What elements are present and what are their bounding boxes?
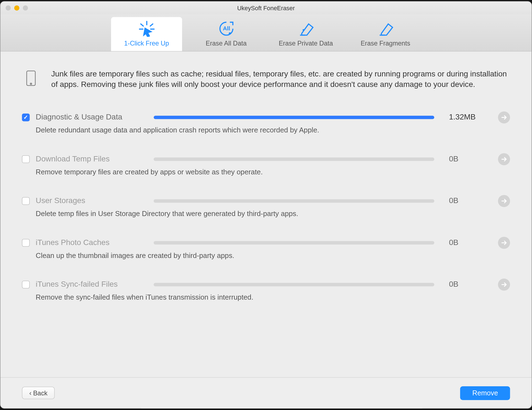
tab-bar: 1-Click Free Up All Erase All Data [1,15,532,52]
cursor-icon [111,20,182,38]
junk-item: Download Temp Files 0B Remove temporary … [22,153,510,176]
item-size: 0B [449,196,492,206]
item-desc: Remove the sync-failed files when iTunes… [36,293,510,301]
progress-fill [154,116,434,119]
progress-bar [154,199,434,203]
junk-item: User Storages 0B Delete temp files in Us… [22,195,510,218]
item-size: 0B [449,238,492,247]
item-desc: Delete temp files in User Storage Direct… [36,210,510,218]
svg-text:All: All [223,26,230,32]
detail-arrow-button[interactable] [498,195,510,207]
detail-arrow-button[interactable] [498,153,510,165]
item-title: iTunes Sync-failed Files [36,280,148,289]
svg-line-1 [141,24,143,26]
item-title: iTunes Photo Caches [36,238,148,247]
tab-erase-private[interactable]: Erase Private Data [270,17,342,51]
tab-erase-fragments[interactable]: Erase Fragments [350,17,421,51]
item-checkbox[interactable] [22,155,30,163]
back-button[interactable]: ‹ Back [22,387,55,399]
phone-icon [26,71,38,88]
minimize-icon[interactable] [14,6,20,11]
item-title: Diagnostic & Usage Data [36,113,148,122]
app-window: UkeySoft FoneEraser 1-Click Free Up [0,1,532,409]
tab-erase-all[interactable]: All Erase All Data [191,17,262,51]
item-checkbox[interactable] [22,239,30,247]
progress-bar [154,116,434,119]
traffic-lights [6,6,28,11]
tab-label: Erase Private Data [270,39,342,47]
item-size: 1.32MB [449,113,492,122]
tab-1click-freeup[interactable]: 1-Click Free Up [111,17,182,51]
item-title: User Storages [36,196,148,206]
junk-item: Diagnostic & Usage Data 1.32MB Delete re… [22,111,510,134]
tab-label: 1-Click Free Up [111,39,182,47]
close-icon[interactable] [6,6,11,11]
erase-all-icon: All [191,20,262,38]
tab-label: Erase All Data [191,39,262,47]
progress-bar [154,241,434,244]
item-size: 0B [449,155,492,164]
svg-point-11 [30,83,32,85]
progress-bar [154,158,434,161]
detail-arrow-button[interactable] [498,278,510,291]
svg-line-2 [150,24,152,26]
eraser-private-icon [270,20,342,38]
back-label: Back [33,389,47,397]
junk-item: iTunes Sync-failed Files 0B Remove the s… [22,278,510,301]
chevron-left-icon: ‹ [29,389,31,397]
footer: ‹ Back Remove [1,377,532,408]
item-desc: Delete redundant usage data and applicat… [36,126,510,134]
intro-row: Junk files are temporary files such as c… [22,69,510,90]
eraser-fragments-icon [350,20,421,38]
zoom-icon[interactable] [23,6,28,11]
detail-arrow-button[interactable] [498,237,510,249]
item-size: 0B [449,280,492,289]
item-desc: Remove temporary files are created by ap… [36,168,510,176]
item-title: Download Temp Files [36,155,148,164]
item-checkbox[interactable] [22,113,30,121]
titlebar: UkeySoft FoneEraser [1,2,532,15]
junk-items-list: Diagnostic & Usage Data 1.32MB Delete re… [22,111,510,302]
intro-text: Junk files are temporary files such as c… [51,69,510,90]
window-title: UkeySoft FoneEraser [1,5,532,12]
item-checkbox[interactable] [22,197,30,205]
item-checkbox[interactable] [22,281,30,288]
detail-arrow-button[interactable] [498,111,510,124]
progress-bar [154,283,434,286]
main-content: Junk files are temporary files such as c… [1,52,532,377]
remove-button[interactable]: Remove [460,386,510,400]
tab-label: Erase Fragments [350,39,421,47]
junk-item: iTunes Photo Caches 0B Clean up the thum… [22,237,510,260]
item-desc: Clean up the thumbnail images are create… [36,251,510,260]
